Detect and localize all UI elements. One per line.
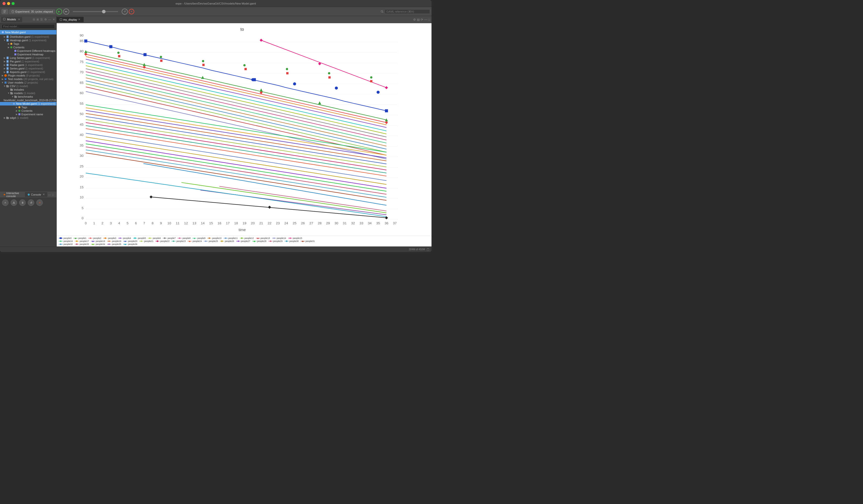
- trash-icon[interactable]: [426, 248, 429, 251]
- pause-btn[interactable]: ⏸: [19, 199, 26, 206]
- refresh-btn[interactable]: ↺: [28, 199, 34, 206]
- bottom-panel-maximize-icon[interactable]: □: [52, 193, 54, 197]
- display-tab-icons: ⚙ ▤ ⟳ — □: [413, 18, 432, 22]
- svg-rect-45: [18, 113, 21, 115]
- svg-text:G: G: [14, 103, 15, 104]
- tree-arrow-csv: ▼: [3, 85, 6, 87]
- interactive-console-tab[interactable]: Interactive console: [1, 191, 25, 198]
- svg-text:6: 6: [135, 221, 137, 225]
- expand-all-icon[interactable]: ⊞: [36, 17, 39, 22]
- tree-item-benchmarks[interactable]: ▼ benchmarks: [0, 95, 57, 99]
- tree-item-contents[interactable]: ▶ Contents: [0, 46, 57, 49]
- legend-people31: people31: [301, 240, 315, 243]
- tree-item-exp-diff[interactable]: ▶ Experiment Different heatmaps: [0, 49, 57, 53]
- svg-text:21: 21: [259, 221, 263, 225]
- svg-text:24: 24: [284, 221, 288, 225]
- tree-item-series[interactable]: ▶ G Series.gaml (1 experiment): [0, 67, 57, 70]
- tree-arrow-aspects: ▶: [3, 71, 6, 73]
- display-minimize-icon[interactable]: —: [424, 18, 427, 22]
- tree-item-models-folder[interactable]: ▼ models (1 model): [0, 91, 57, 95]
- tree-item-pie[interactable]: ▶ G Pie.gaml (1 experiment): [0, 60, 57, 63]
- display-icon: [60, 18, 62, 21]
- panel-minimize-icon[interactable]: —: [48, 17, 52, 22]
- svg-text:to: to: [240, 27, 244, 32]
- speed-slider[interactable]: [73, 11, 118, 12]
- my-display-tab[interactable]: my_display ✕: [57, 17, 84, 22]
- legend-people29: people29: [268, 240, 283, 243]
- models-tab[interactable]: Models ✕: [1, 17, 22, 22]
- tree-item-aspects[interactable]: ▶ G Aspects.gaml (1 experiment): [0, 70, 57, 74]
- bottom-panel-minimize-icon[interactable]: —: [47, 193, 51, 197]
- svg-rect-34: [10, 89, 12, 89]
- tree-item-includes[interactable]: ▶ includes: [0, 88, 57, 91]
- close-button[interactable]: [2, 2, 5, 5]
- svg-point-8: [2, 31, 4, 33]
- play-button[interactable]: ▶: [56, 9, 62, 15]
- maximize-button[interactable]: [12, 2, 15, 5]
- model-search-input[interactable]: [1, 24, 55, 29]
- clear-btn[interactable]: ✕: [36, 199, 43, 206]
- view-menu-icon[interactable]: ☰: [40, 17, 43, 22]
- tree-arrow-distribution: ▶: [3, 36, 6, 38]
- tree-item-test-models[interactable]: ▶ ✓ Test models (20 projects, not yet ru…: [0, 77, 57, 81]
- tree-item-long-series[interactable]: ▶ G Long Series.gaml (1 experiment): [0, 56, 57, 60]
- plugin-icon: [4, 74, 7, 77]
- reload-button[interactable]: ↺: [122, 9, 128, 15]
- console-tab[interactable]: Console ✕: [25, 192, 47, 197]
- step-button[interactable]: ⏭: [63, 9, 69, 15]
- tree-item-tags[interactable]: ▶ Tags: [0, 42, 57, 46]
- svg-text:1: 1: [93, 221, 95, 225]
- font-larger-btn[interactable]: A: [11, 199, 17, 206]
- panel-settings-icon[interactable]: ⚙: [44, 17, 47, 22]
- chart-legend: people0 people1 people2 people3 people4: [57, 236, 432, 246]
- tree-arrow-long-series: ▶: [3, 57, 6, 59]
- new-model-file-icon: G: [13, 102, 15, 105]
- edit-button[interactable]: [1, 9, 8, 14]
- svg-marker-201: [60, 241, 61, 242]
- tree-item-sdgd[interactable]: ▶ sdgd (1 model): [0, 116, 57, 119]
- tree-item-nm-tags[interactable]: ▶ Tags: [0, 105, 57, 109]
- tree-item-nm-contents[interactable]: ▶ Contents: [0, 109, 57, 113]
- legend-people33: people33: [75, 243, 89, 245]
- panel-close-icon[interactable]: ✕: [52, 17, 55, 22]
- tree-item-nm-exp-name[interactable]: ▶ Experiment name: [0, 113, 57, 116]
- font-smaller-btn[interactable]: A: [2, 199, 9, 206]
- gaml-search-input[interactable]: [385, 9, 430, 14]
- tree-item-distribution[interactable]: ▶ G Distribution.gaml (1 experiment): [0, 35, 57, 39]
- collapse-all-icon[interactable]: ⊟: [32, 17, 36, 22]
- tree-arrow-tags: ▶: [7, 42, 10, 45]
- main-toolbar: Experiment: 35 cycles elapsed ▶ ⏭ ↺ ✕: [0, 7, 432, 16]
- minimize-button[interactable]: [7, 2, 10, 5]
- display-maximize-icon[interactable]: □: [428, 18, 430, 22]
- console-icon: [3, 193, 5, 196]
- tree-item-radar[interactable]: ▶ G Radar.gaml (1 experiment): [0, 63, 57, 67]
- svg-rect-129: [84, 40, 87, 42]
- svg-text:G: G: [7, 71, 8, 73]
- sync-icon[interactable]: ⟳: [421, 18, 423, 22]
- chart-area: to 0 5 10 15 20 25 30 35 40 45: [57, 23, 432, 236]
- tree-arrow-user: ▼: [1, 81, 4, 84]
- tree-item-new-model[interactable]: ▼ G New Model.gaml (1 experiment): [0, 102, 57, 105]
- file-icon: G: [6, 35, 9, 38]
- tree-item-plugin-models[interactable]: ▶ Plugin models (9 projects): [0, 74, 57, 77]
- tree-arrow-series: ▶: [3, 67, 6, 70]
- svg-text:75: 75: [79, 60, 83, 64]
- tree-item-user-models[interactable]: ▼ User models (2 projects): [0, 81, 57, 84]
- tree-item-heatmap[interactable]: ▼ G Heatmap.gaml (1 experiment): [0, 39, 57, 42]
- tree-item-csv-file[interactable]: ▶ CSV NewModel_model_benchmark_2019-08-2…: [0, 99, 57, 102]
- nm-contents-icon: [18, 109, 21, 112]
- svg-text:G: G: [7, 36, 8, 38]
- tree-item-csv[interactable]: ▼ CSV (1 model): [0, 84, 57, 88]
- tree-arrow-nm-exp-name: ▶: [15, 113, 18, 116]
- exp-heatmap-icon: [14, 53, 17, 56]
- svg-text:26: 26: [301, 221, 305, 225]
- stop-button[interactable]: ✕: [129, 9, 134, 14]
- grid-icon[interactable]: ▤: [417, 18, 420, 22]
- svg-point-158: [286, 68, 288, 70]
- tree-arrow-test: ▶: [1, 78, 4, 80]
- tree-item-exp-heatmap[interactable]: ▶ Experiment Heatmap: [0, 53, 57, 56]
- main-window: expe - /Users/ben/Dev/wsGamaGit/CSV/mode…: [0, 0, 432, 252]
- filter-icon[interactable]: ⚙: [413, 18, 416, 22]
- chart-svg: to 0 5 10 15 20 25 30 35 40 45: [57, 23, 432, 236]
- svg-point-155: [160, 56, 162, 58]
